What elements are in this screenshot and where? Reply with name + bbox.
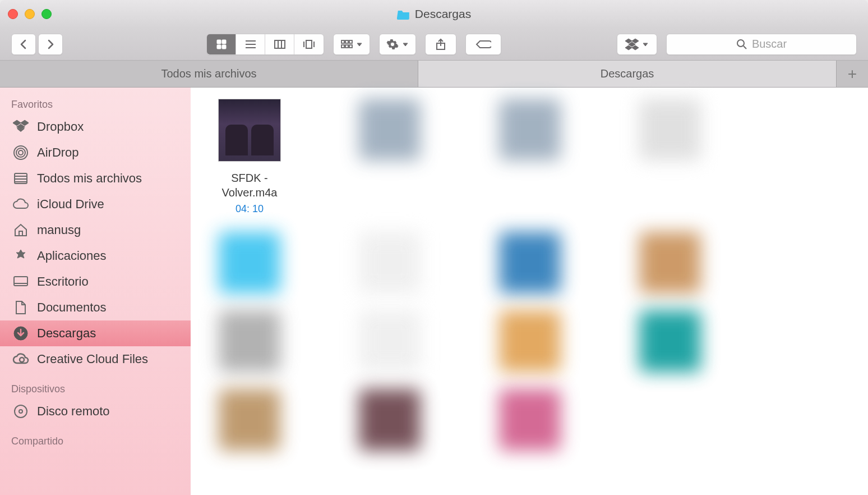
sidebar-item-icloud[interactable]: iCloud Drive: [0, 191, 191, 217]
list-view-button[interactable]: [236, 34, 265, 54]
file-item-blurred: [622, 99, 718, 215]
icon-view-button[interactable]: [207, 34, 236, 54]
search-icon: [736, 39, 747, 50]
home-icon: [12, 222, 29, 239]
file-item[interactable]: SFDK - Volver.m4a 04: 10: [202, 99, 297, 215]
svg-marker-28: [643, 43, 648, 46]
sidebar: Favoritos Dropbox AirDrop Todos mis arch…: [0, 88, 191, 495]
view-mode-group: [206, 34, 324, 55]
sidebar-item-all-files[interactable]: Todos mis archivos: [0, 166, 191, 191]
action-button[interactable]: [379, 34, 416, 55]
svg-rect-3: [222, 45, 226, 49]
minimize-window-button[interactable]: [25, 9, 35, 19]
tag-icon: [475, 39, 491, 50]
new-tab-button[interactable]: +: [837, 61, 868, 87]
chevron-down-icon: [356, 42, 363, 47]
svg-rect-13: [341, 40, 344, 43]
svg-rect-15: [349, 40, 352, 43]
file-name: SFDK - Volver.m4a: [202, 171, 297, 200]
tabbar: Todos mis archivos Descargas +: [0, 61, 868, 88]
sidebar-item-label: Todos mis archivos: [37, 171, 142, 186]
search-field[interactable]: Buscar: [666, 34, 857, 55]
toolbar: Buscar: [0, 28, 868, 61]
file-duration: 04: 10: [236, 203, 264, 215]
svg-rect-16: [341, 45, 344, 48]
tab-all-files[interactable]: Todos mis archivos: [0, 61, 418, 87]
svg-line-30: [744, 46, 746, 49]
svg-marker-20: [403, 43, 408, 46]
dropbox-toolbar-button[interactable]: [617, 34, 657, 55]
svg-point-35: [19, 150, 23, 155]
svg-marker-19: [357, 43, 362, 46]
sidebar-item-downloads[interactable]: Descargas: [0, 320, 191, 346]
file-item-blurred: [482, 232, 578, 294]
tags-button[interactable]: [465, 34, 501, 55]
sidebar-item-label: Disco remoto: [37, 404, 110, 419]
svg-point-29: [737, 40, 744, 47]
section-title-favorites: Favoritos: [0, 95, 191, 114]
file-item-blurred: [342, 389, 437, 451]
window-body: Favoritos Dropbox AirDrop Todos mis arch…: [0, 88, 868, 495]
sidebar-item-creative-cloud[interactable]: Creative Cloud Files: [0, 346, 191, 372]
forward-button[interactable]: [38, 34, 63, 55]
chevron-down-icon: [402, 42, 409, 47]
sidebar-item-applications[interactable]: Aplicaciones: [0, 243, 191, 269]
dropbox-icon: [625, 38, 639, 51]
file-item-blurred: [202, 389, 297, 451]
sidebar-item-label: manusg: [37, 223, 81, 237]
dropbox-icon: [12, 118, 29, 135]
file-item-blurred: [202, 232, 297, 294]
sidebar-item-desktop[interactable]: Escritorio: [0, 269, 191, 295]
sidebar-item-remote-disc[interactable]: Disco remoto: [0, 398, 191, 424]
svg-rect-0: [217, 40, 221, 44]
svg-rect-14: [345, 40, 348, 43]
svg-rect-43: [14, 277, 27, 286]
share-button[interactable]: [425, 34, 456, 55]
column-view-button[interactable]: [265, 34, 294, 54]
tab-downloads[interactable]: Descargas: [418, 61, 837, 87]
sidebar-item-label: Creative Cloud Files: [37, 352, 148, 366]
sidebar-item-label: AirDrop: [37, 145, 79, 160]
chevron-down-icon: [642, 42, 649, 47]
window-title: Descargas: [415, 7, 471, 21]
back-button[interactable]: [11, 34, 36, 55]
sidebar-item-airdrop[interactable]: AirDrop: [0, 140, 191, 166]
close-window-button[interactable]: [8, 9, 18, 19]
file-item-blurred: [482, 310, 578, 372]
search-placeholder: Buscar: [752, 38, 787, 51]
svg-rect-1: [222, 40, 226, 44]
svg-rect-42: [19, 231, 22, 236]
arrange-button[interactable]: [333, 34, 370, 55]
disc-icon: [12, 403, 29, 420]
svg-rect-7: [275, 40, 285, 48]
tab-label: Descargas: [601, 67, 654, 80]
file-item-blurred: [342, 232, 437, 294]
desktop-icon: [12, 273, 29, 290]
file-item-blurred: [342, 99, 437, 215]
sidebar-item-label: Escritorio: [37, 274, 89, 289]
file-item-blurred: [482, 99, 578, 215]
sidebar-item-label: Aplicaciones: [37, 249, 107, 263]
svg-rect-2: [217, 45, 221, 49]
sidebar-item-label: Documentos: [37, 300, 107, 315]
file-item-blurred: [342, 310, 437, 372]
svg-point-46: [20, 358, 24, 362]
file-item-blurred: [482, 389, 578, 451]
sidebar-item-dropbox[interactable]: Dropbox: [0, 114, 191, 140]
cloud-icon: [12, 196, 29, 213]
share-icon: [435, 38, 446, 51]
file-item-blurred: [622, 310, 718, 372]
svg-point-47: [15, 405, 27, 418]
window-title-area: Descargas: [397, 7, 471, 21]
maximize-window-button[interactable]: [41, 9, 52, 19]
sidebar-item-home[interactable]: manusg: [0, 217, 191, 243]
sidebar-item-documents[interactable]: Documentos: [0, 295, 191, 320]
titlebar: Descargas: [0, 0, 868, 28]
file-item-blurred: [622, 232, 718, 294]
folder-icon: [397, 8, 410, 20]
creative-cloud-icon: [12, 351, 29, 368]
gear-icon: [386, 38, 399, 51]
coverflow-view-button[interactable]: [294, 34, 324, 54]
file-thumbnail: [218, 99, 281, 162]
file-grid[interactable]: SFDK - Volver.m4a 04: 10: [191, 88, 868, 495]
